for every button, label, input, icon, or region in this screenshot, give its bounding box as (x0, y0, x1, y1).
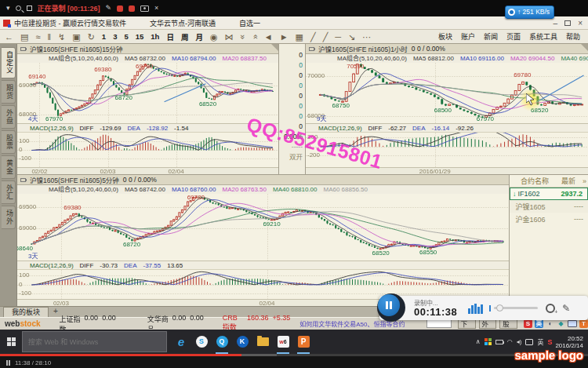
candle-plot[interactable]: 6900068000691406938069780679706872068520… (17, 63, 278, 123)
sidebar-tab-0[interactable]: 自定义 (2, 47, 16, 78)
corner-fold-icon[interactable] (271, 44, 278, 51)
menu-item-3[interactable]: 页面 (506, 31, 521, 42)
menu-item-5[interactable]: 帮助 (566, 31, 580, 42)
record-button[interactable] (117, 5, 123, 12)
capture-window-icon[interactable] (27, 5, 32, 11)
battery-icon[interactable] (495, 340, 503, 344)
volume-slider-thumb[interactable] (496, 304, 503, 312)
chevron-down-icon[interactable]: ▾ (6, 0, 10, 16)
taskbar-clock[interactable]: 20:52 2016/2/14 (555, 335, 583, 349)
lightning-icon[interactable]: ↯ (58, 31, 65, 43)
quick-code-input[interactable] (426, 319, 451, 328)
candle-plot[interactable]: 6950069000686406938068720697806921068520… (17, 194, 509, 261)
arrow-line-icon[interactable]: ↘ (348, 31, 355, 43)
pen-tool-icon[interactable]: ✎ (106, 0, 112, 16)
video-pause-icon[interactable] (6, 360, 10, 366)
open-both-label[interactable]: 双开 (279, 152, 305, 162)
prev-page-icon[interactable]: ◄ (264, 31, 273, 43)
wenhua-wh6-icon[interactable]: w6 (274, 330, 292, 354)
language-indicator[interactable]: 英 (537, 337, 543, 346)
period-1hour[interactable]: 1h (151, 32, 159, 41)
sogou-icon[interactable]: S (524, 319, 532, 328)
collapse-icon[interactable] (20, 178, 26, 182)
statusbar-button-0[interactable]: 下单 (458, 319, 476, 329)
tray-grid-icon[interactable] (485, 338, 492, 345)
browser-q-icon[interactable]: Q (212, 330, 231, 354)
more-tools-icon[interactable]: ⋯ (362, 31, 371, 43)
minimize-button[interactable]: – (554, 19, 558, 27)
menu-item-0[interactable]: 板块 (438, 31, 452, 42)
macd-canvas[interactable] (17, 133, 278, 167)
watchlist-more-icon[interactable]: » (583, 177, 586, 185)
wifi-icon[interactable]: ◠ (507, 338, 513, 345)
sidebar-tab-4[interactable]: 黄金 (2, 155, 16, 179)
macd-plot[interactable]: 1000-100 (17, 269, 509, 299)
dict-icon[interactable]: 英 (535, 319, 543, 328)
app-titlebar[interactable]: 中信建投期货 - 赢顺云行情交易软件 文华云节点-河南联通 自选一 – × (0, 16, 588, 30)
save-icon[interactable]: ▣ (72, 31, 80, 43)
close-recorder-icon[interactable]: × (154, 0, 158, 16)
menu-item-4[interactable]: 系统工具 (529, 31, 557, 42)
shirt-icon[interactable]: T (579, 319, 588, 328)
candle-plot[interactable]: 7000068000705906978068750685006797068520… (306, 63, 588, 123)
tray-sogou-icon[interactable]: S (547, 338, 552, 346)
close-button[interactable]: × (578, 19, 583, 27)
tray-expand-icon[interactable]: ∧ (476, 338, 481, 345)
compare-icon[interactable]: ⋈ (225, 31, 234, 43)
volume-icon[interactable]: ◂) (517, 338, 522, 345)
collapse-icon[interactable] (309, 47, 314, 51)
menu-item-2[interactable]: 新闻 (484, 31, 498, 42)
sidebar-tab-2[interactable]: 外盘 (2, 105, 16, 129)
k-app-icon[interactable]: K (233, 330, 252, 354)
period-day[interactable]: 日 (166, 31, 174, 42)
start-button[interactable] (0, 330, 22, 354)
trendline-icon[interactable]: ╱ (310, 31, 316, 43)
action-center-icon[interactable] (525, 339, 533, 345)
period-15min[interactable]: 15 (136, 32, 144, 41)
eye-icon[interactable]: ◉ (210, 31, 218, 43)
candlestick-icon[interactable]: ‖ (47, 31, 51, 43)
macd-canvas[interactable] (17, 270, 509, 299)
volume-slider[interactable] (494, 307, 538, 309)
watchlist-row-2[interactable]: 沪金1606---- (510, 213, 588, 225)
taskbar-search-input[interactable] (22, 331, 167, 352)
explorer-folder-icon[interactable] (253, 330, 272, 354)
watchlist-col-last[interactable]: 最新 (561, 176, 575, 186)
collapse-down-icon[interactable]: » (237, 34, 249, 38)
macd-plot[interactable]: 1000-100 (17, 132, 278, 167)
ray-line-icon[interactable]: ╱ (323, 31, 328, 43)
stop-button[interactable] (129, 5, 135, 12)
collapse-up-icon[interactable]: » (249, 34, 261, 38)
watchlist-col-name[interactable]: 合约名称 (521, 176, 549, 186)
layout-icon[interactable]: ▦ (296, 31, 303, 43)
statusbar-button-2[interactable]: 股票 (499, 319, 517, 329)
grid-view-icon[interactable]: ▤ (20, 31, 28, 43)
next-page-icon[interactable]: ► (280, 31, 289, 43)
refresh-icon[interactable]: ↻ (88, 31, 95, 43)
statusbar-button-1[interactable]: 外盘 (479, 319, 497, 329)
camera-icon[interactable] (140, 5, 149, 12)
collapse-icon[interactable] (20, 47, 26, 51)
corner-fold-icon[interactable] (581, 44, 588, 51)
menu-item-1[interactable]: 账户 (461, 31, 475, 42)
line-chart-icon[interactable]: ≈ (35, 31, 40, 43)
sidebar-tab-1[interactable]: 期货 (2, 80, 16, 104)
horizontal-line-icon[interactable]: ─ (335, 31, 341, 43)
chart-panel-5min[interactable]: 沪镍1605(SHFE ni1605)5分钟0 0 / 0.00%MA组合(5,… (17, 174, 510, 306)
annotate-pen-icon[interactable]: ✎ (562, 303, 570, 314)
zoom-tool-icon[interactable] (16, 5, 21, 11)
back-icon[interactable]: ← (5, 31, 13, 43)
recorder-pause-button[interactable] (378, 294, 400, 316)
candle-canvas[interactable] (306, 63, 588, 123)
edge-icon[interactable]: e (172, 330, 191, 354)
watchlist-row-0[interactable]: ↓IF16022937.2 (510, 188, 588, 200)
sidebar-tab-3[interactable]: 股票 (2, 130, 16, 154)
skype-icon[interactable]: S (192, 330, 211, 354)
network-speed-badge[interactable]: ↑ 251 KB/s (505, 5, 554, 19)
sidebar-tab-6[interactable]: 场外 (2, 206, 16, 229)
moon-icon[interactable]: ◖ (546, 319, 554, 328)
period-1min[interactable]: 1 (102, 32, 106, 41)
powerpoint-icon[interactable]: P (294, 330, 313, 354)
star-icon[interactable]: ◆ (557, 319, 565, 328)
webcam-icon[interactable] (546, 304, 555, 313)
